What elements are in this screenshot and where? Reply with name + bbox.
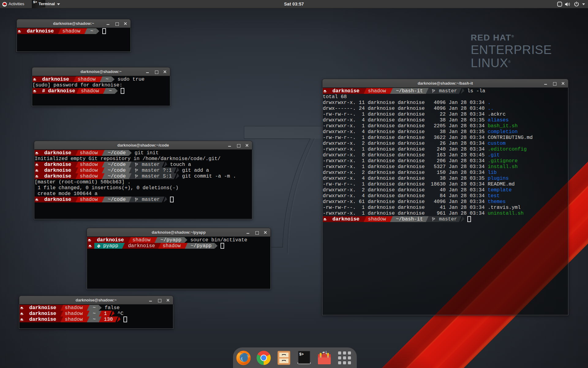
svg-text:$>: $> xyxy=(299,352,303,357)
